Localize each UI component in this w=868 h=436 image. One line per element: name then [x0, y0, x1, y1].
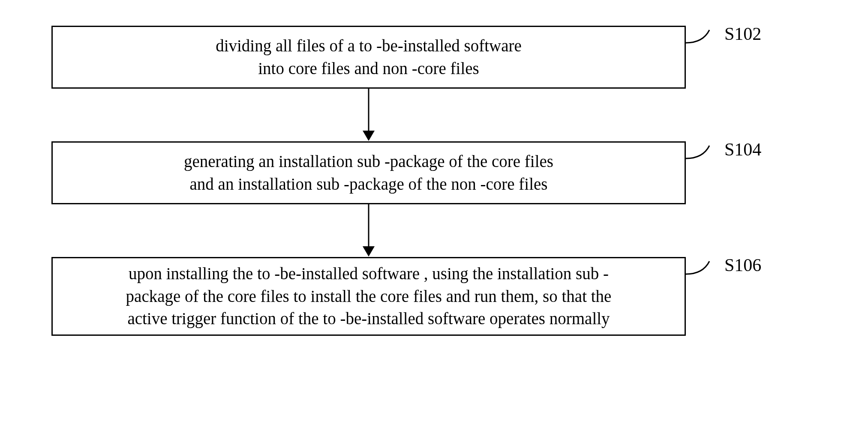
label-curve-1 [686, 26, 720, 56]
label-curve-3 [686, 257, 720, 287]
step-2-line-2: and an installation sub -package of the … [61, 173, 676, 196]
step-label-2: S104 [724, 139, 761, 160]
step-label-3: S106 [724, 255, 761, 275]
step-box-1: dividing all files of a to -be-installed… [51, 26, 686, 89]
arrow-2-line [368, 203, 369, 246]
arrow-1-line [368, 88, 369, 131]
arrow-1-head [363, 131, 375, 141]
step-box-2: generating an installation sub -package … [51, 141, 686, 204]
step-3-line-1: upon installing the to -be-installed sof… [61, 263, 676, 285]
step-1-line-2: into core files and non -core files [61, 57, 676, 80]
step-label-1: S102 [724, 24, 761, 44]
step-1-line-1: dividing all files of a to -be-installed… [61, 35, 676, 57]
arrow-2-head [363, 246, 375, 257]
step-2-line-1: generating an installation sub -package … [61, 150, 676, 173]
step-3-line-3: active trigger function of the to -be-in… [61, 308, 676, 330]
step-box-3: upon installing the to -be-installed sof… [51, 257, 686, 336]
step-3-line-2: package of the core files to install the… [61, 285, 676, 308]
label-curve-2 [686, 141, 720, 171]
